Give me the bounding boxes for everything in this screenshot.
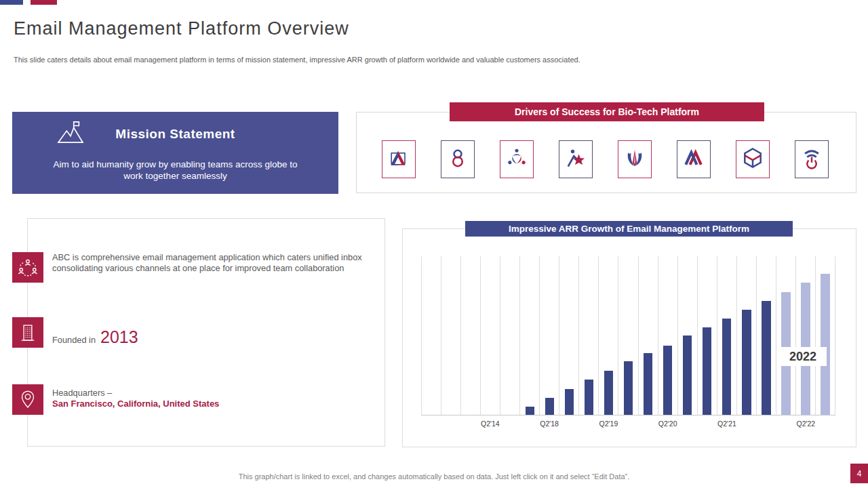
- mission-title: Mission Statement: [12, 127, 338, 142]
- headquarters-value: San Francisco, California, United States: [52, 399, 219, 409]
- chart-bar-highlight: [821, 274, 829, 415]
- chart-bar: [565, 389, 574, 415]
- partner-logo-row: [382, 140, 829, 178]
- founded-year: 2013: [100, 327, 138, 347]
- chart-grid-cell: [736, 256, 756, 415]
- chart-bar: [703, 327, 711, 415]
- arr-growth-chart-panel: Impressive ARR Growth of Email Managemen…: [402, 228, 856, 447]
- headquarters-fact: Headquarters – San Francisco, California…: [52, 388, 219, 409]
- x-tick-label: Q2'22: [796, 420, 815, 428]
- partner-logo-tile: [677, 140, 711, 178]
- partner-logo-tile: [618, 140, 652, 178]
- building-icon: [12, 317, 43, 348]
- chart-title: Impressive ARR Growth of Email Managemen…: [465, 221, 793, 237]
- team-collaboration-icon: [12, 252, 43, 283]
- chart-bar: [585, 380, 593, 415]
- chart-grid-cell: [559, 256, 578, 415]
- logo-wing-flame-icon: [623, 145, 647, 174]
- chart-grid-cell: [421, 256, 441, 415]
- chart-grid-cell: [658, 256, 677, 415]
- drivers-panel: Drivers of Success for Bio-Tech Platform: [356, 112, 856, 193]
- chart-bar: [762, 301, 770, 415]
- logo-a-square-icon: [387, 145, 411, 174]
- logo-figure-eight-icon: [446, 145, 470, 174]
- chart-bar: [663, 346, 672, 415]
- page-subtitle: This slide caters details about email ma…: [14, 56, 580, 64]
- chart-grid-cell: [815, 256, 835, 415]
- chart-bar: [722, 319, 731, 415]
- chart-plot[interactable]: 2022: [421, 256, 835, 415]
- logo-hex-cube-icon: [741, 145, 765, 174]
- logo-double-peak-icon: [682, 145, 706, 174]
- x-tick-label: Q2'14: [481, 420, 500, 428]
- chart-grid-cell: [776, 256, 795, 415]
- chart-grid-cell: [500, 256, 519, 415]
- chart-grid-cell: [539, 256, 559, 415]
- chart-grid-cell: [441, 256, 460, 415]
- logo-people-swirl-icon: [505, 145, 529, 174]
- chart-grid-cell: [578, 256, 598, 415]
- chart-bar: [644, 353, 652, 415]
- year-2022-callout: 2022: [779, 347, 827, 366]
- founded-fact: Founded in 2013: [52, 327, 138, 347]
- chart-xticks: Q2'14Q2'18Q2'19Q2'20Q2'21Q2'22: [421, 420, 835, 429]
- chart-bar: [683, 336, 692, 415]
- partner-logo-tile: [382, 140, 416, 178]
- logo-wifi-power-icon: [800, 145, 824, 174]
- partner-logo-tile: [441, 140, 475, 178]
- location-pin-icon: [12, 384, 43, 415]
- chart-grid-cell: [697, 256, 717, 415]
- partner-logo-tile: [736, 140, 770, 178]
- founded-label: Founded in: [52, 335, 96, 345]
- partner-logo-tile: [500, 140, 534, 178]
- x-tick-label: Q2'19: [599, 420, 618, 428]
- chart-grid-cell: [460, 256, 480, 415]
- page-title: Email Management Platform Overview: [14, 18, 349, 39]
- chart-grid-cell: [717, 256, 736, 415]
- drivers-header: Drivers of Success for Bio-Tech Platform: [450, 102, 764, 121]
- company-description: ABC is comprehensive email management ap…: [52, 252, 366, 274]
- mission-statement-box: Mission Statement Aim to aid humanity gr…: [12, 112, 338, 194]
- decor-bar-navy: [0, 0, 23, 5]
- chart-grid-cell: [519, 256, 539, 415]
- page-number-badge: 4: [850, 464, 868, 483]
- chart-grid-cell: [598, 256, 618, 415]
- chart-grid-cell: [480, 256, 500, 415]
- chart-grid-cell: [756, 256, 776, 415]
- chart-grid-cell: [677, 256, 697, 415]
- partner-logo-tile: [795, 140, 829, 178]
- chart-bar: [604, 371, 613, 415]
- chart-bar: [742, 310, 751, 415]
- chart-grid-cell: [638, 256, 658, 415]
- mission-body: Aim to aid humanity grow by enabling tea…: [12, 159, 338, 182]
- partner-logo-tile: [559, 140, 593, 178]
- decor-bar-crimson: [31, 0, 57, 5]
- headquarters-label: Headquarters –: [52, 388, 219, 399]
- logo-star-person-icon: [564, 145, 588, 174]
- x-tick-label: Q2'18: [540, 420, 559, 428]
- chart-grid-cell: [618, 256, 637, 415]
- chart-bar: [545, 398, 554, 415]
- x-tick-label: Q2'21: [717, 420, 736, 428]
- footer-note: This graph/chart is linked to excel, and…: [0, 472, 868, 481]
- chart-bar: [624, 361, 633, 415]
- x-tick-label: Q2'20: [658, 420, 677, 428]
- chart-grid-cell: [795, 256, 815, 415]
- chart-bar: [526, 407, 534, 415]
